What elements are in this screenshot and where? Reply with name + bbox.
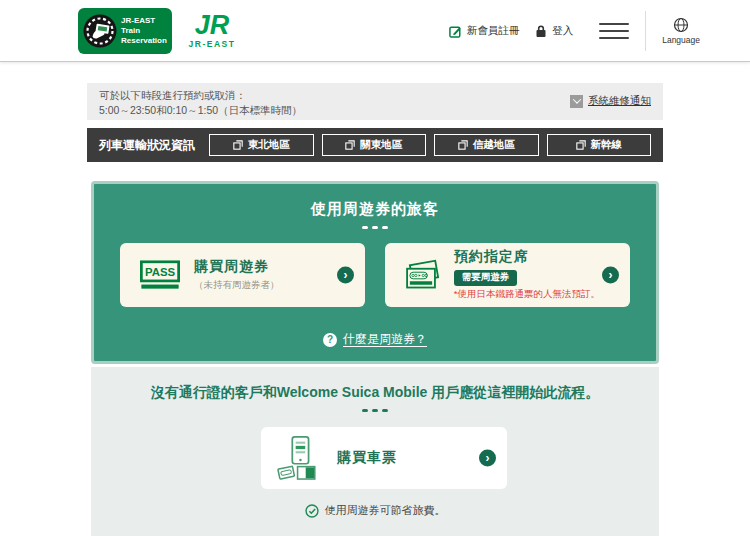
what-is-pass-label: 什麼是周遊券？ — [343, 331, 427, 348]
pass-ticket-icon: PASS — [140, 260, 180, 290]
pass-holders-section: 使用周遊券的旅客 PASS 購買周遊券 （未持有周遊券者） — [91, 181, 659, 364]
tickets-icon — [405, 253, 440, 297]
header-actions: 新會員註冊 登入 Language — [449, 0, 700, 62]
pass-section-title: 使用周遊券的旅客 — [94, 200, 656, 219]
japan-rail-pass-note: *使用日本鐵路通票的人無法預訂。 — [454, 288, 600, 301]
status-button-label: 關東地區 — [360, 138, 402, 152]
status-button-shinkansen[interactable]: 新幹線 — [547, 134, 652, 156]
pass-cards-row: PASS 購買周遊券 （未持有周遊券者） — [94, 243, 656, 307]
jr-east-logo: JR JR-EAST — [184, 11, 240, 51]
maintenance-link[interactable]: 系統維修通知 — [588, 94, 651, 108]
lock-icon — [535, 24, 547, 38]
language-button[interactable]: Language — [662, 17, 700, 45]
buy-pass-card[interactable]: PASS 購買周遊券 （未持有周遊券者） — [120, 243, 365, 307]
logo-line-1: JR-EAST — [121, 16, 167, 26]
logo-line-3: Reservation — [121, 36, 167, 46]
pass-required-badge: 需要周遊券 — [454, 270, 518, 286]
status-button-tohoku[interactable]: 東北地區 — [209, 134, 314, 156]
status-button-label: 信越地區 — [473, 138, 515, 152]
language-label: Language — [662, 35, 700, 45]
reserve-seat-card[interactable]: 預約指定席 需要周遊券 *使用日本鐵路通票的人無法預訂。 — [385, 243, 630, 307]
savings-tip: 使用周遊券可節省旅費。 — [91, 503, 659, 518]
external-link-icon — [576, 140, 586, 150]
buy-pass-card-body: 購買周遊券 （未持有周遊券者） — [194, 258, 280, 292]
hand-ticket-emblem-icon — [83, 14, 117, 48]
status-button-kanto[interactable]: 關東地區 — [322, 134, 427, 156]
notice-line-1: 可於以下時段進行預約或取消： — [99, 88, 651, 103]
notice-line-2: 5:00～23:50和0:10～1:50（日本標準時間） — [99, 103, 651, 118]
buy-pass-title: 購買周遊券 — [194, 258, 280, 276]
chevron-right-icon — [337, 266, 354, 283]
question-icon — [323, 333, 337, 347]
no-pass-heading: 沒有通行證的客戶和Welcome Suica Mobile 用戶應從這裡開始此流… — [91, 384, 659, 402]
buy-ticket-card[interactable]: 購買車票 — [261, 427, 507, 489]
what-is-pass-link[interactable]: 什麼是周遊券？ — [94, 331, 656, 348]
maintenance-notice: 系統維修通知 — [570, 94, 651, 108]
register-label: 新會員註冊 — [467, 24, 520, 38]
reserve-seat-card-body: 預約指定席 需要周遊券 *使用日本鐵路通票的人無法預訂。 — [454, 248, 600, 301]
globe-icon — [673, 17, 689, 33]
savings-tip-label: 使用周遊券可節省旅費。 — [325, 503, 446, 518]
external-link-icon — [233, 140, 243, 150]
dash-decoration — [91, 409, 659, 412]
notice-bar: 可於以下時段進行預約或取消： 5:00～23:50和0:10～1:50（日本標準… — [87, 83, 663, 120]
header: JR-EAST Train Reservation JR JR-EAST 新會員… — [0, 0, 750, 62]
buy-ticket-title: 購買車票 — [337, 449, 397, 467]
dash-decoration — [94, 226, 656, 229]
status-button-shinetsu[interactable]: 信越地區 — [434, 134, 539, 156]
register-link[interactable]: 新會員註冊 — [449, 24, 520, 38]
reservation-hours-notice: 可於以下時段進行預約或取消： 5:00～23:50和0:10～1:50（日本標準… — [99, 88, 651, 118]
chevron-right-icon — [602, 266, 619, 283]
external-link-icon — [345, 140, 355, 150]
no-pass-section: 沒有通行證的客戶和Welcome Suica Mobile 用戶應從這裡開始此流… — [91, 367, 659, 536]
phone-ticket-icon — [277, 435, 321, 481]
train-status-bar: 列車運輸狀況資訊 東北地區 關東地區 信越地區 新幹線 — [87, 128, 663, 162]
pass-icon-label: PASS — [145, 265, 176, 277]
train-status-label: 列車運輸狀況資訊 — [99, 137, 195, 154]
menu-button[interactable] — [599, 23, 629, 39]
register-pencil-icon — [449, 25, 462, 38]
reserve-seat-title: 預約指定席 — [454, 248, 600, 266]
check-circle-icon — [305, 504, 319, 518]
logo-line-2: Train — [121, 26, 167, 36]
jr-label: JR-EAST — [189, 39, 236, 49]
chevron-down-icon[interactable] — [570, 95, 583, 108]
hamburger-icon — [599, 23, 629, 25]
train-reservation-logo[interactable]: JR-EAST Train Reservation — [78, 8, 172, 54]
jr-mark: JR — [195, 11, 230, 40]
external-link-icon — [458, 140, 468, 150]
login-link[interactable]: 登入 — [535, 24, 573, 38]
status-button-label: 新幹線 — [591, 138, 623, 152]
chevron-right-icon — [479, 450, 496, 467]
header-divider — [645, 11, 646, 51]
buy-pass-subtitle: （未持有周遊券者） — [194, 279, 280, 292]
login-label: 登入 — [552, 24, 573, 38]
logo-text: JR-EAST Train Reservation — [121, 16, 167, 46]
status-button-label: 東北地區 — [248, 138, 290, 152]
